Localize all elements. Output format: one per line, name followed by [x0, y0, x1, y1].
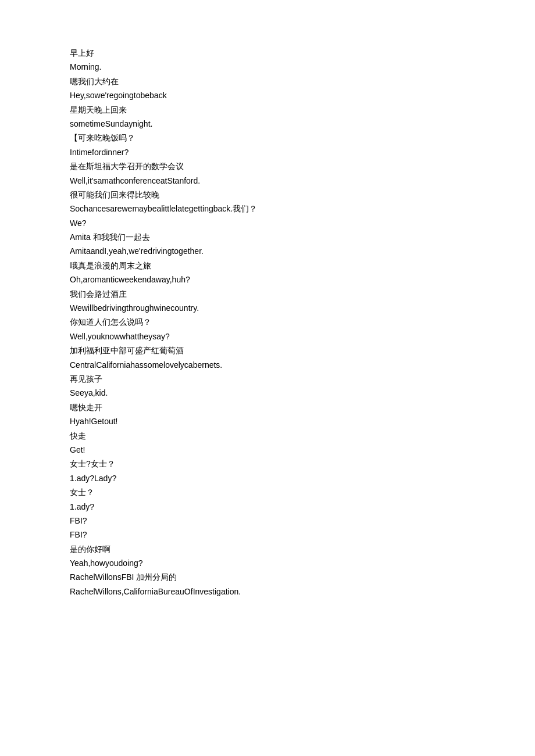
- subtitle-line-13: We?: [70, 217, 465, 230]
- subtitle-line-23: CentralCaliforniahassomelovelycabernets.: [70, 359, 465, 371]
- subtitle-line-36: 是的你好啊: [70, 543, 465, 556]
- subtitle-line-22: 加利福利亚中部可盛产红葡萄酒: [70, 344, 465, 357]
- subtitle-line-32: 女士？: [70, 486, 465, 499]
- subtitle-line-27: Hyah!Getout!: [70, 415, 465, 428]
- subtitle-line-15: AmitaandI,yeah,we'redrivingtogether.: [70, 245, 465, 257]
- subtitle-line-26: 嗯快走开: [70, 401, 465, 414]
- subtitle-line-29: Get!: [70, 443, 465, 456]
- subtitle-line-20: 你知道人们怎么说吗？: [70, 316, 465, 328]
- subtitle-line-30: 女士?女士？: [70, 457, 465, 470]
- subtitle-line-3: 嗯我们大约在: [70, 75, 465, 88]
- subtitle-line-8: Intimefordinner?: [70, 146, 465, 159]
- subtitle-line-31: 1.ady?Lady?: [70, 472, 465, 485]
- subtitle-line-28: 快走: [70, 429, 465, 442]
- subtitle-line-35: FBI?: [70, 528, 465, 541]
- subtitle-line-18: 我们会路过酒庄: [70, 288, 465, 300]
- subtitle-line-17: Oh,aromanticweekendaway,huh?: [70, 273, 465, 286]
- subtitle-line-11: 很可能我们回来得比较晚: [70, 188, 465, 201]
- subtitle-line-34: FBI?: [70, 514, 465, 527]
- subtitle-line-21: Well,youknowwhattheysay?: [70, 330, 465, 343]
- subtitle-line-9: 是在斯坦福大学召开的数学会议: [70, 160, 465, 173]
- subtitle-line-7: 【可来吃晚饭吗？: [70, 131, 465, 144]
- subtitle-line-14: Amita 和我我们一起去: [70, 231, 465, 243]
- subtitle-line-24: 再见孩子: [70, 372, 465, 385]
- subtitle-line-16: 哦真是浪漫的周末之旅: [70, 259, 465, 272]
- subtitle-line-38: RachelWillonsFBI 加州分局的: [70, 571, 465, 583]
- subtitle-content: 早上好Morning.嗯我们大约在Hey,sowe'regoingtobebac…: [70, 46, 465, 598]
- subtitle-line-19: Wewillbedrivingthroughwinecountry.: [70, 302, 465, 314]
- subtitle-line-1: 早上好: [70, 46, 465, 59]
- subtitle-line-37: Yeah,howyoudoing?: [70, 557, 465, 569]
- subtitle-line-39: RachelWillons,CaliforniaBureauOfInvestig…: [70, 585, 465, 598]
- subtitle-line-2: Morning.: [70, 60, 465, 73]
- subtitle-line-6: sometimeSundaynight.: [70, 117, 465, 130]
- subtitle-line-10: Well,it'samathconferenceatStanford.: [70, 174, 465, 187]
- subtitle-line-12: Sochancesarewemaybealittlelategettingbac…: [70, 202, 465, 215]
- subtitle-line-25: Seeya,kid.: [70, 386, 465, 399]
- subtitle-line-4: Hey,sowe'regoingtobeback: [70, 89, 465, 102]
- subtitle-line-5: 星期天晚上回来: [70, 103, 465, 116]
- subtitle-line-33: 1.ady?: [70, 500, 465, 513]
